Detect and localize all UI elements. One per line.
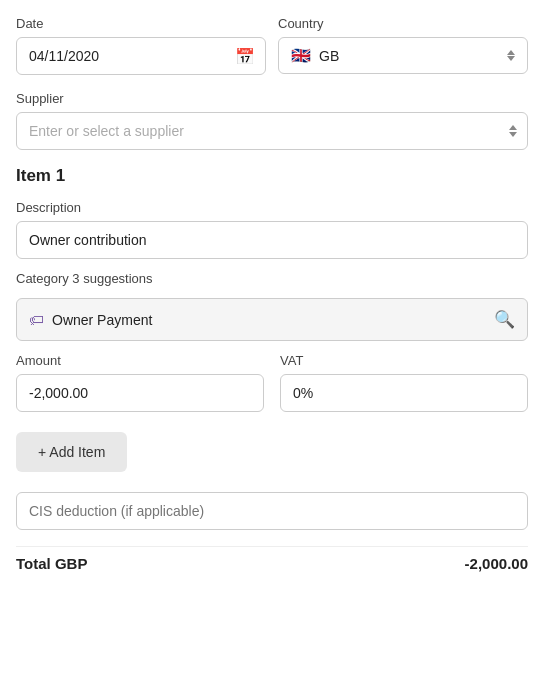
supplier-group: Supplier	[16, 91, 528, 150]
country-select[interactable]: 🇬🇧 GB	[278, 37, 528, 74]
cis-input[interactable]	[16, 492, 528, 530]
category-value: Owner Payment	[52, 312, 152, 328]
search-icon[interactable]: 🔍	[494, 309, 515, 330]
date-group: Date 📅	[16, 16, 266, 75]
description-label: Description	[16, 200, 528, 215]
supplier-input[interactable]	[17, 113, 499, 149]
vat-group: VAT	[280, 353, 528, 412]
date-input-wrapper[interactable]: 📅	[16, 37, 266, 75]
supplier-chevron-icon[interactable]	[499, 125, 527, 137]
supplier-label: Supplier	[16, 91, 528, 106]
category-selector[interactable]: 🏷 Owner Payment 🔍	[16, 298, 528, 341]
vat-label: VAT	[280, 353, 528, 368]
add-item-button[interactable]: + Add Item	[16, 432, 127, 472]
country-label: Country	[278, 16, 528, 31]
calendar-icon: 📅	[225, 47, 265, 66]
country-group: Country 🇬🇧 GB	[278, 16, 528, 75]
date-label: Date	[16, 16, 266, 31]
category-label: Category 3 suggestions	[16, 271, 528, 286]
tag-icon: 🏷	[29, 311, 44, 328]
total-row: Total GBP -2,000.00	[16, 546, 528, 572]
amount-group: Amount	[16, 353, 264, 412]
category-group: Category 3 suggestions 🏷 Owner Payment 🔍	[16, 271, 528, 341]
gb-flag-icon: 🇬🇧	[291, 46, 311, 65]
description-group: Description	[16, 200, 528, 259]
country-chevron-icon	[507, 50, 515, 61]
total-value: -2,000.00	[465, 555, 528, 572]
supplier-input-wrapper[interactable]	[16, 112, 528, 150]
vat-input[interactable]	[280, 374, 528, 412]
amount-input[interactable]	[16, 374, 264, 412]
description-input[interactable]	[16, 221, 528, 259]
item-heading: Item 1	[16, 166, 528, 186]
total-label: Total GBP	[16, 555, 87, 572]
date-input[interactable]	[17, 38, 225, 74]
country-value: GB	[319, 48, 339, 64]
amount-label: Amount	[16, 353, 264, 368]
